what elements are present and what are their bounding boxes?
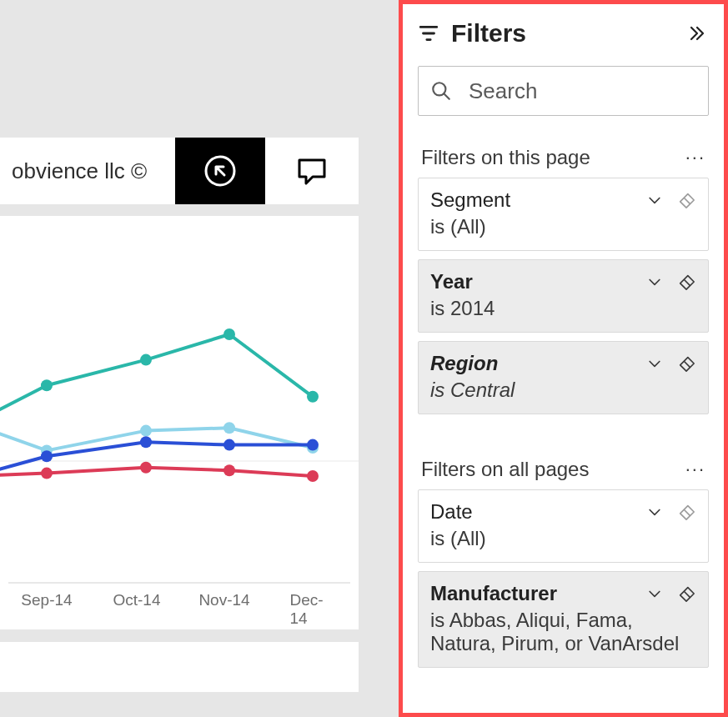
filter-value: is Abbas, Aliqui, Fama, Natura, Pirum, o… bbox=[430, 609, 696, 655]
filter-card[interactable]: Regionis Central bbox=[418, 341, 709, 414]
search-icon bbox=[430, 80, 452, 102]
filter-value: is 2014 bbox=[430, 297, 696, 320]
report-header-strip: obvience llc © bbox=[0, 138, 359, 204]
eraser-icon bbox=[677, 354, 695, 373]
chart-data-point bbox=[140, 462, 152, 474]
expand-filter-button[interactable] bbox=[645, 272, 665, 292]
expand-filter-button[interactable] bbox=[645, 502, 665, 522]
svg-line-6 bbox=[684, 279, 690, 285]
chart-series-line bbox=[0, 334, 313, 422]
svg-line-7 bbox=[684, 361, 690, 367]
filter-name: Year bbox=[430, 270, 645, 293]
expand-filter-button[interactable] bbox=[645, 584, 665, 604]
section-more-button[interactable]: ··· bbox=[685, 459, 705, 480]
clear-filter-button[interactable] bbox=[676, 272, 696, 292]
svg-line-4 bbox=[444, 93, 449, 99]
chart-data-point bbox=[223, 422, 235, 434]
filter-card[interactable]: Manufactureris Abbas, Aliqui, Fama, Natu… bbox=[418, 571, 709, 668]
clear-filter-button[interactable] bbox=[676, 584, 696, 604]
chevron-down-icon bbox=[646, 192, 663, 208]
chart-data-point bbox=[41, 468, 53, 479]
filter-name: Date bbox=[430, 500, 645, 524]
x-axis-tick-label: Nov-14 bbox=[198, 591, 249, 609]
filters-pane-header: Filters bbox=[403, 4, 724, 48]
svg-line-5 bbox=[684, 198, 690, 203]
filter-value: is (All) bbox=[430, 527, 696, 550]
chart-data-point bbox=[41, 379, 53, 391]
eraser-icon bbox=[677, 584, 695, 603]
filter-name: Manufacturer bbox=[430, 582, 645, 605]
filters-search-input[interactable]: Search bbox=[418, 66, 709, 116]
chart-data-point bbox=[140, 436, 152, 448]
filter-value: is (All) bbox=[430, 215, 696, 238]
section-label: Filters on this page bbox=[421, 146, 685, 169]
chart-data-point bbox=[307, 439, 319, 451]
comment-button[interactable] bbox=[267, 138, 357, 204]
x-axis-tick-label: Sep-14 bbox=[21, 591, 72, 609]
filter-card[interactable]: Yearis 2014 bbox=[418, 259, 709, 333]
attribution-text: obvience llc © bbox=[12, 158, 147, 184]
line-chart-visual[interactable]: Sep-14Oct-14Nov-14Dec-14 bbox=[0, 216, 359, 629]
chevron-down-icon bbox=[646, 355, 663, 372]
filters-pane: Filters Search Filters on this page ··· bbox=[399, 0, 728, 717]
x-axis-tick-label: Dec-14 bbox=[290, 591, 336, 628]
chevron-down-icon bbox=[646, 504, 663, 520]
clear-filter-button[interactable] bbox=[676, 502, 696, 522]
filter-name: Segment bbox=[430, 188, 645, 212]
comment-icon bbox=[294, 153, 329, 188]
x-axis-tick-label: Oct-14 bbox=[113, 591, 160, 609]
chart-data-point bbox=[223, 464, 235, 476]
chart-data-point bbox=[223, 439, 235, 451]
search-placeholder: Search bbox=[469, 78, 537, 104]
filter-icon bbox=[418, 23, 439, 44]
expand-filter-button[interactable] bbox=[645, 190, 665, 210]
eraser-icon bbox=[677, 191, 695, 209]
chart-data-point bbox=[140, 354, 152, 366]
chevron-down-icon bbox=[646, 585, 663, 602]
section-more-button[interactable]: ··· bbox=[685, 147, 705, 168]
chevron-double-right-icon bbox=[686, 23, 706, 43]
report-lower-strip bbox=[0, 642, 359, 692]
expand-filter-button[interactable] bbox=[645, 353, 665, 374]
clear-filter-button[interactable] bbox=[676, 353, 696, 374]
filter-value: is Central bbox=[430, 379, 696, 402]
section-label: Filters on all pages bbox=[421, 458, 685, 481]
chevron-down-icon bbox=[646, 273, 663, 290]
eraser-icon bbox=[677, 503, 695, 521]
chart-svg bbox=[0, 216, 359, 629]
svg-line-9 bbox=[684, 591, 690, 597]
chart-data-point bbox=[140, 425, 152, 437]
section-header-all-filters: Filters on all pages ··· bbox=[403, 458, 724, 481]
filter-name: Region bbox=[430, 352, 645, 375]
chart-data-point bbox=[223, 328, 235, 340]
eraser-icon bbox=[677, 273, 695, 291]
filter-card[interactable]: Segmentis (All) bbox=[418, 178, 709, 251]
filters-pane-title: Filters bbox=[451, 19, 684, 48]
go-back-button[interactable] bbox=[175, 138, 265, 204]
filter-card[interactable]: Dateis (All) bbox=[418, 489, 709, 563]
chart-data-point bbox=[41, 450, 53, 462]
chart-data-point bbox=[307, 391, 319, 403]
arrow-circle-icon bbox=[202, 153, 238, 189]
chart-data-point bbox=[307, 470, 319, 482]
clear-filter-button[interactable] bbox=[676, 190, 696, 210]
report-canvas-area: obvience llc © Sep-14Oct-14Nov-14Dec-14 bbox=[0, 0, 399, 717]
collapse-pane-button[interactable] bbox=[684, 21, 709, 46]
section-header-page-filters: Filters on this page ··· bbox=[403, 146, 724, 169]
svg-line-8 bbox=[684, 509, 690, 515]
